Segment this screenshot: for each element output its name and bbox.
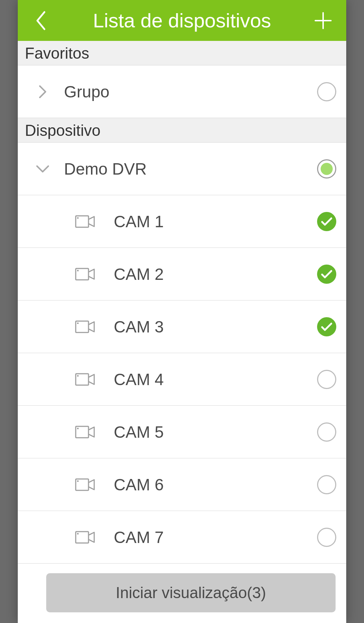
camera-label: CAM 2 [114, 265, 317, 284]
modal-title: Lista de dispositivos [53, 9, 311, 32]
camera-icon [64, 267, 107, 281]
section-favorites: Favoritos [18, 41, 346, 65]
camera-selector[interactable] [317, 317, 336, 336]
camera-selector[interactable] [317, 422, 336, 442]
device-row[interactable]: Demo DVR [18, 143, 346, 195]
camera-icon [64, 530, 107, 544]
svg-rect-3 [77, 270, 79, 271]
camera-row[interactable]: CAM 7 [18, 511, 346, 564]
camera-row[interactable]: CAM 6 [18, 458, 346, 511]
start-live-view-button[interactable]: Iniciar visualização(3) [46, 573, 336, 612]
device-list: Favoritos Grupo Dispositivo Demo DVR CAM… [18, 41, 346, 623]
camera-icon [64, 320, 107, 334]
camera-row[interactable]: CAM 4 [18, 353, 346, 406]
add-device-button[interactable] [311, 8, 336, 33]
device-list-modal: Lista de dispositivos Favoritos Grupo Di… [18, 0, 346, 623]
svg-rect-13 [77, 533, 79, 534]
camera-label: CAM 1 [114, 212, 317, 231]
check-icon [321, 217, 333, 226]
device-selector[interactable] [317, 159, 336, 179]
svg-rect-7 [77, 375, 79, 377]
camera-label: CAM 5 [114, 422, 317, 442]
chevron-left-icon [34, 10, 47, 31]
camera-selector[interactable] [317, 475, 336, 494]
start-button-label: Iniciar visualização(3) [116, 584, 266, 602]
svg-rect-1 [77, 217, 79, 219]
camera-selector[interactable] [317, 528, 336, 547]
plus-icon [313, 11, 333, 31]
expand-icon-wrap [32, 85, 53, 99]
camera-row[interactable]: CAM 5 [18, 406, 346, 458]
collapse-icon-wrap [32, 165, 53, 173]
camera-row[interactable]: CAM 2 [18, 248, 346, 300]
check-icon [321, 270, 333, 279]
chevron-right-icon [38, 85, 47, 99]
camera-icon [64, 478, 107, 492]
camera-label: CAM 6 [114, 475, 317, 494]
camera-icon [64, 372, 107, 387]
svg-rect-5 [77, 323, 79, 324]
camera-selector[interactable] [317, 212, 336, 231]
check-icon [321, 322, 333, 331]
section-device: Dispositivo [18, 118, 346, 143]
camera-selector[interactable] [317, 370, 336, 389]
camera-selector[interactable] [317, 265, 336, 284]
back-button[interactable] [28, 8, 53, 33]
camera-icon [64, 425, 107, 439]
camera-row[interactable]: CAM 1 [18, 195, 346, 248]
camera-label: CAM 4 [114, 370, 317, 389]
camera-label: CAM 7 [114, 528, 317, 547]
group-selector[interactable] [317, 82, 336, 101]
svg-rect-9 [77, 428, 79, 429]
camera-label: CAM 3 [114, 317, 317, 336]
favorites-group-row[interactable]: Grupo [18, 65, 346, 118]
modal-header: Lista de dispositivos [18, 0, 346, 41]
group-label: Grupo [64, 82, 317, 101]
device-name: Demo DVR [64, 159, 317, 179]
camera-row[interactable]: CAM 3 [18, 300, 346, 353]
camera-icon [64, 214, 107, 229]
svg-rect-11 [77, 480, 79, 482]
chevron-down-icon [36, 165, 50, 173]
